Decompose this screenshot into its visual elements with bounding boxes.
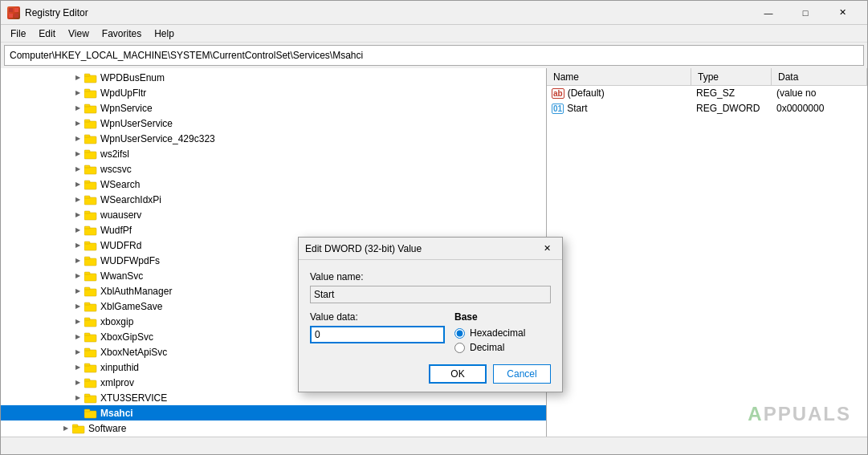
folder-icon: [84, 118, 97, 129]
tree-item-label: WPDBusEnum: [100, 72, 165, 83]
svg-rect-44: [84, 350, 96, 357]
tree-item[interactable]: ▶ WSearch: [1, 177, 546, 192]
svg-rect-28: [84, 228, 96, 235]
tree-item-label: xinputhid: [100, 362, 139, 373]
svg-rect-45: [84, 348, 90, 351]
edit-dword-dialog: Edit DWORD (32-bit) Value ✕ Value name: …: [298, 237, 563, 392]
close-button[interactable]: ✕: [824, 1, 861, 25]
cancel-button[interactable]: Cancel: [493, 364, 551, 384]
ok-button[interactable]: OK: [429, 364, 487, 384]
svg-rect-55: [72, 425, 78, 427]
svg-rect-3: [14, 14, 18, 18]
tree-item-label: ws2ifsl: [100, 148, 129, 160]
tree-item-label: WpnUserService_429c323: [100, 133, 215, 144]
value-data-input[interactable]: [310, 326, 445, 343]
tree-item[interactable]: ▶ WpdUpFltr: [1, 85, 546, 100]
tree-item[interactable]: Msahci: [1, 405, 546, 420]
folder-icon: [84, 392, 97, 404]
tree-item[interactable]: ▶ WpnUserService_429c323: [1, 131, 546, 146]
tree-arrow-icon: ▶: [73, 73, 83, 83]
svg-rect-27: [84, 211, 90, 213]
folder-icon: [84, 87, 97, 99]
tree-arrow-icon: ▶: [73, 256, 83, 266]
tree-item[interactable]: ▶ WpnService: [1, 100, 546, 116]
tree-arrow-icon: ▶: [73, 363, 83, 372]
tree-item[interactable]: ▶ WudfPf: [1, 222, 546, 238]
folder-icon: [84, 148, 97, 160]
data-cell-type: REG_SZ: [691, 87, 772, 99]
status-bar: [1, 437, 867, 454]
col-type-header: Type: [691, 68, 772, 85]
hexadecimal-label: Hexadecimal: [470, 327, 525, 339]
tree-item-label: xmlprov: [100, 377, 134, 388]
tree-arrow-icon: ▶: [73, 378, 83, 388]
folder-icon: [84, 255, 97, 266]
col-name-header: Name: [547, 68, 691, 85]
ab-icon: ab: [552, 88, 564, 99]
tree-arrow-icon: ▶: [73, 317, 83, 327]
decimal-radio[interactable]: [454, 343, 465, 353]
svg-rect-21: [84, 165, 90, 168]
svg-rect-15: [84, 120, 90, 122]
svg-rect-8: [84, 75, 96, 83]
tree-item[interactable]: ▶ ws2ifsl: [1, 146, 546, 161]
value-data-label: Value data:: [310, 311, 445, 323]
maximize-button[interactable]: □: [787, 1, 824, 25]
hexadecimal-option[interactable]: Hexadecimal: [454, 327, 551, 339]
dialog-body: Value name: Value data: Base Hexadecimal: [299, 260, 562, 392]
hexadecimal-radio[interactable]: [454, 328, 465, 339]
dword-icon: 01: [552, 104, 564, 114]
svg-rect-2: [9, 14, 13, 18]
menu-item-favorites[interactable]: Favorites: [96, 26, 148, 41]
dialog-title-bar: Edit DWORD (32-bit) Value ✕: [299, 238, 562, 260]
svg-rect-30: [84, 243, 96, 250]
menu-item-view[interactable]: View: [62, 26, 96, 41]
table-row[interactable]: ab(Default)REG_SZ(value no: [547, 86, 867, 101]
folder-icon: [84, 362, 97, 373]
svg-rect-47: [84, 364, 90, 366]
svg-rect-9: [84, 74, 90, 76]
tree-item[interactable]: ▶ WPDBusEnum: [1, 70, 546, 85]
menu-item-help[interactable]: Help: [148, 26, 181, 41]
svg-rect-19: [84, 150, 90, 152]
tree-item-label: wscsvc: [100, 164, 132, 175]
menu-item-file[interactable]: File: [4, 26, 32, 41]
svg-rect-0: [9, 8, 13, 12]
tree-item[interactable]: ▶ Software: [1, 420, 546, 436]
svg-rect-24: [84, 197, 96, 205]
tree-item-label: XblGameSave: [100, 301, 162, 312]
folder-icon: [84, 72, 97, 83]
tree-item[interactable]: ▶ wscsvc: [1, 161, 546, 177]
decimal-option[interactable]: Decimal: [454, 342, 551, 353]
tree-arrow-icon: ▶: [73, 88, 83, 98]
folder-icon: [84, 270, 97, 282]
tree-item-label: XblAuthManager: [100, 286, 172, 297]
folder-icon: [84, 301, 97, 312]
svg-rect-16: [84, 136, 96, 144]
tree-item-label: WUDFRd: [100, 240, 141, 251]
minimize-button[interactable]: —: [750, 1, 787, 25]
folder-icon: [84, 194, 97, 205]
dialog-close-button[interactable]: ✕: [538, 241, 556, 257]
tree-item[interactable]: ▶ WpnUserService: [1, 116, 546, 131]
tree-item-label: WUDFWpdFs: [100, 255, 160, 266]
svg-rect-53: [84, 409, 90, 412]
svg-rect-32: [84, 258, 96, 266]
tree-item[interactable]: ▶ wuauserv: [1, 207, 546, 222]
tree-item[interactable]: ▶ WSearchIdxPi: [1, 192, 546, 207]
folder-icon: [84, 286, 97, 297]
table-row[interactable]: 01StartREG_DWORD0x0000000: [547, 101, 867, 116]
menu-item-edit[interactable]: Edit: [32, 26, 62, 41]
svg-rect-51: [84, 394, 90, 396]
decimal-label: Decimal: [470, 342, 504, 353]
base-radio-group: Hexadecimal Decimal: [454, 327, 551, 353]
col-data-header: Data: [772, 68, 867, 85]
address-bar: Computer\HKEY_LOCAL_MACHINE\SYSTEM\Curre…: [4, 45, 864, 66]
svg-rect-26: [84, 213, 96, 220]
tree-item-label: Msahci: [100, 408, 133, 419]
svg-rect-48: [84, 380, 96, 388]
svg-rect-46: [84, 365, 96, 372]
tree-arrow-icon: ▶: [73, 302, 83, 311]
value-name-input[interactable]: [310, 286, 551, 303]
folder-icon: [84, 408, 97, 419]
